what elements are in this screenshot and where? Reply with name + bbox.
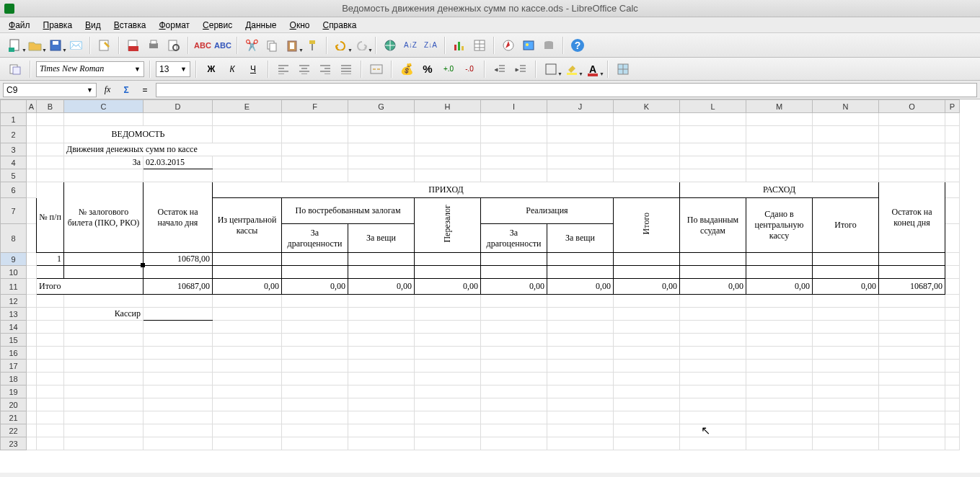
col-header[interactable]: O (879, 100, 945, 113)
underline-button[interactable]: Ч (244, 60, 262, 79)
datasources-button[interactable] (539, 36, 558, 55)
menu-help[interactable]: Справка (317, 19, 362, 32)
sum-button[interactable]: Σ (118, 83, 134, 97)
menu-tools[interactable]: Сервис (197, 19, 238, 32)
col-header[interactable]: B (37, 100, 64, 113)
undo-button[interactable]: ▼ (332, 36, 350, 55)
font-name-combo[interactable]: Times New Roman ▼ (36, 61, 144, 77)
save-button[interactable]: ▼ (46, 36, 65, 55)
row-header[interactable]: 10 (1, 266, 27, 279)
edit-mode-button[interactable] (95, 36, 114, 55)
styles-button[interactable] (6, 60, 25, 79)
percent-button[interactable]: % (418, 60, 437, 79)
font-color-button[interactable]: A▼ (583, 60, 602, 79)
italic-button[interactable]: К (223, 60, 242, 79)
col-header[interactable]: K (614, 100, 680, 113)
cell-reference-box[interactable]: C9 ▼ (3, 83, 97, 97)
copy-button[interactable] (262, 36, 281, 55)
redo-button[interactable]: ▼ (352, 36, 371, 55)
row-header[interactable]: 22 (1, 424, 27, 437)
row-header[interactable]: 3 (1, 143, 27, 156)
cut-button[interactable]: ✂️ (242, 36, 261, 55)
row-header[interactable]: 2 (1, 126, 27, 143)
grid-lines-button[interactable] (614, 60, 632, 79)
align-justify-button[interactable] (337, 60, 356, 79)
autospell-button[interactable]: ABC (213, 36, 232, 55)
add-decimal-button[interactable]: +.0 (439, 60, 458, 79)
navigator-button[interactable] (499, 36, 518, 55)
col-header[interactable]: N (813, 100, 879, 113)
align-left-button[interactable] (274, 60, 293, 79)
selected-cell[interactable] (64, 253, 144, 266)
hyperlink-button[interactable] (381, 36, 399, 55)
font-size-combo[interactable]: 13 ▼ (156, 61, 190, 77)
col-header[interactable]: L (680, 100, 746, 113)
row-header[interactable]: 9 (1, 253, 27, 266)
col-header[interactable]: I (481, 100, 547, 113)
function-wizard-button[interactable]: fx (100, 83, 115, 97)
menu-view[interactable]: Вид (79, 19, 107, 32)
col-header[interactable]: P (945, 100, 960, 113)
decrease-indent-button[interactable] (490, 60, 509, 79)
col-header[interactable]: A (27, 100, 37, 113)
new-button[interactable]: ▼ (6, 36, 25, 55)
row-header[interactable]: 13 (1, 308, 27, 321)
bg-color-button[interactable]: ▼ (562, 60, 581, 79)
col-header[interactable]: D (144, 100, 213, 113)
currency-button[interactable]: 💰 (397, 60, 416, 79)
increase-indent-button[interactable] (511, 60, 530, 79)
col-header[interactable]: H (415, 100, 481, 113)
menu-data[interactable]: Данные (239, 19, 282, 32)
sort-desc-button[interactable]: Z↓A (421, 36, 440, 55)
open-button[interactable]: ▼ (26, 36, 45, 55)
menu-window[interactable]: Окно (284, 19, 316, 32)
col-header[interactable]: M (746, 100, 813, 113)
row-header[interactable]: 8 (1, 224, 27, 253)
fill-handle[interactable] (141, 263, 145, 267)
col-header[interactable]: F (282, 100, 348, 113)
remove-decimal-button[interactable]: -.0 (460, 60, 479, 79)
align-right-button[interactable] (316, 60, 335, 79)
row-header[interactable]: 11 (1, 279, 27, 295)
col-header[interactable]: C (64, 100, 144, 113)
export-pdf-button[interactable] (124, 36, 143, 55)
format-paintbrush-button[interactable] (303, 36, 322, 55)
borders-button[interactable]: ▼ (542, 60, 560, 79)
select-all-corner[interactable] (1, 100, 27, 113)
bold-button[interactable]: Ж (202, 60, 221, 79)
menu-edit[interactable]: Правка (37, 19, 79, 32)
row-header[interactable]: 1 (1, 113, 27, 126)
mail-button[interactable]: ✉️ (66, 36, 85, 55)
row-header[interactable]: 17 (1, 360, 27, 373)
row-header[interactable]: 5 (1, 169, 27, 182)
row-header[interactable]: 6 (1, 182, 27, 198)
equals-button[interactable]: = (137, 83, 153, 97)
gallery-button[interactable] (519, 36, 538, 55)
row-header[interactable]: 14 (1, 321, 27, 334)
col-header[interactable]: E (213, 100, 282, 113)
row-header[interactable]: 7 (1, 198, 27, 224)
row-header[interactable]: 15 (1, 334, 27, 347)
col-header[interactable]: J (547, 100, 614, 113)
row-header[interactable]: 12 (1, 295, 27, 308)
spreadsheet-grid[interactable]: A B C D E F G H I J K L M N O P 1 2ВЕДОМ… (0, 99, 980, 473)
menu-insert[interactable]: Вставка (108, 19, 152, 32)
row-header[interactable]: 18 (1, 373, 27, 385)
print-preview-button[interactable] (164, 36, 183, 55)
row-header[interactable]: 20 (1, 398, 27, 411)
print-button[interactable] (144, 36, 163, 55)
spellcheck-button[interactable]: ABC (193, 36, 212, 55)
menu-file[interactable]: Файл (3, 19, 36, 32)
col-header[interactable]: G (348, 100, 415, 113)
formula-input[interactable] (156, 83, 977, 97)
menu-format[interactable]: Формат (153, 19, 195, 32)
sort-asc-button[interactable]: A↓Z (401, 36, 420, 55)
align-center-button[interactable] (295, 60, 314, 79)
help-button[interactable]: ? (568, 36, 587, 55)
table-button[interactable] (470, 36, 489, 55)
merge-cells-button[interactable] (367, 60, 386, 79)
row-header[interactable]: 4 (1, 156, 27, 169)
row-header[interactable]: 19 (1, 385, 27, 398)
row-header[interactable]: 23 (1, 437, 27, 450)
paste-button[interactable]: ▼ (283, 36, 301, 55)
